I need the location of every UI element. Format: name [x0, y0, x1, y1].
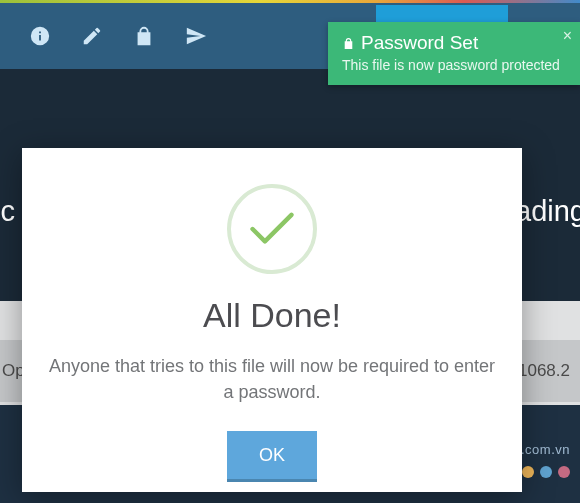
- ok-button[interactable]: OK: [227, 431, 317, 479]
- check-icon: [227, 184, 317, 274]
- toast-title: Password Set: [342, 32, 566, 54]
- toast-subtitle: This file is now password protected: [342, 57, 566, 73]
- lock-icon: [342, 36, 355, 51]
- modal-message: Anyone that tries to this file will now …: [22, 353, 522, 405]
- modal-title: All Done!: [203, 296, 341, 335]
- watermark-suffix: .com.vn: [521, 442, 570, 457]
- dot: [540, 466, 552, 478]
- dot: [522, 466, 534, 478]
- dot: [558, 466, 570, 478]
- hero-right-fragment: ading: [515, 195, 580, 228]
- toast-close-button[interactable]: ×: [563, 28, 572, 44]
- row-right-value: 1068.2: [518, 361, 570, 381]
- modal-all-done: All Done! Anyone that tries to this file…: [22, 148, 522, 492]
- info-icon[interactable]: [14, 3, 66, 69]
- lock-icon[interactable]: [118, 3, 170, 69]
- toast-password-set: × Password Set This file is now password…: [328, 22, 580, 85]
- toast-title-text: Password Set: [361, 32, 478, 54]
- hero-left-fragment: ic: [0, 195, 15, 228]
- paper-plane-icon[interactable]: [170, 3, 222, 69]
- pencil-icon[interactable]: [66, 3, 118, 69]
